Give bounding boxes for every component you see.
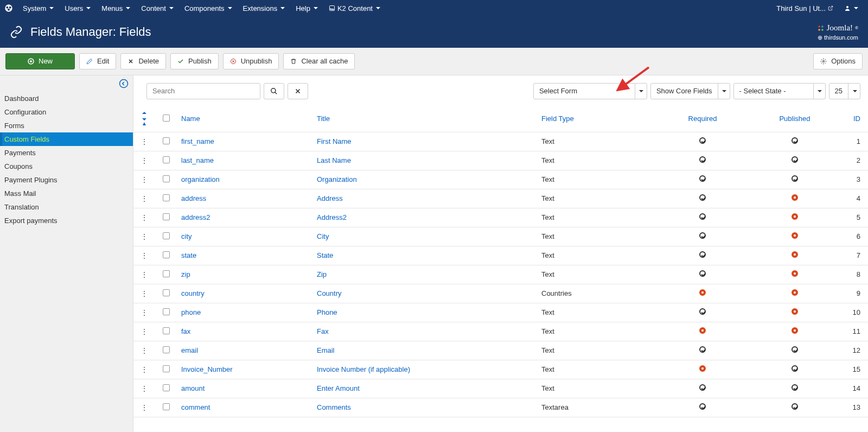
published-cell[interactable] — [749, 132, 841, 151]
sidebar-item-payments[interactable]: Payments — [0, 146, 133, 160]
published-cell[interactable] — [749, 322, 841, 341]
drag-handle-icon[interactable]: ⋮ — [141, 346, 148, 355]
nav-item-help[interactable]: Help — [290, 0, 323, 16]
nav-item-users[interactable]: Users — [59, 0, 96, 16]
required-cell[interactable] — [656, 132, 749, 151]
nav-item-system[interactable]: System — [17, 0, 59, 16]
published-cell[interactable] — [749, 398, 841, 417]
drag-handle-icon[interactable]: ⋮ — [141, 384, 148, 393]
options-button[interactable]: Options — [813, 53, 863, 69]
field-name-link[interactable]: city — [181, 232, 192, 240]
published-cell[interactable] — [749, 379, 841, 398]
field-title-link[interactable]: Invoice Number (if applicable) — [317, 365, 410, 373]
field-name-link[interactable]: zip — [181, 270, 190, 278]
nav-item-extensions[interactable]: Extensions — [238, 0, 291, 16]
published-cell[interactable] — [749, 284, 841, 303]
required-cell[interactable] — [656, 208, 749, 227]
field-title-link[interactable]: First Name — [317, 137, 352, 145]
required-cell[interactable] — [656, 284, 749, 303]
field-title-link[interactable]: Address2 — [317, 213, 347, 221]
row-checkbox[interactable] — [163, 270, 170, 277]
publish-button[interactable]: Publish — [170, 53, 219, 69]
field-name-link[interactable]: comment — [181, 403, 210, 411]
sidebar-item-coupons[interactable]: Coupons — [0, 160, 133, 173]
row-checkbox[interactable] — [163, 289, 170, 296]
row-checkbox[interactable] — [163, 213, 170, 220]
sidebar-item-translation[interactable]: Translation — [0, 200, 133, 214]
field-title-link[interactable]: City — [317, 232, 329, 240]
sidebar-item-forms[interactable]: Forms — [0, 119, 133, 132]
nav-item-menus[interactable]: Menus — [96, 0, 136, 16]
row-checkbox[interactable] — [163, 365, 170, 372]
field-name-link[interactable]: phone — [181, 308, 201, 316]
field-title-link[interactable]: Phone — [317, 308, 337, 316]
header-id[interactable]: ID — [841, 106, 868, 132]
header-required[interactable]: Required — [656, 106, 749, 132]
required-cell[interactable] — [656, 360, 749, 379]
field-name-link[interactable]: fax — [181, 327, 190, 335]
clear-cache-button[interactable]: Clear all cache — [283, 53, 355, 69]
sidebar-collapse-button[interactable] — [119, 79, 129, 90]
drag-handle-icon[interactable]: ⋮ — [141, 194, 148, 203]
field-title-link[interactable]: Comments — [317, 403, 351, 411]
published-cell[interactable] — [749, 227, 841, 246]
drag-handle-icon[interactable]: ⋮ — [141, 308, 148, 317]
header-order[interactable]: ▲ — [133, 106, 155, 132]
row-checkbox[interactable] — [163, 346, 170, 353]
limit-dropdown[interactable]: 25 — [829, 83, 860, 99]
published-cell[interactable] — [749, 246, 841, 265]
required-cell[interactable] — [656, 246, 749, 265]
sidebar-item-configuration[interactable]: Configuration — [0, 105, 133, 119]
published-cell[interactable] — [749, 151, 841, 170]
field-name-link[interactable]: first_name — [181, 137, 214, 145]
required-cell[interactable] — [656, 151, 749, 170]
published-cell[interactable] — [749, 303, 841, 322]
row-checkbox[interactable] — [163, 403, 170, 410]
header-published[interactable]: Published — [749, 106, 841, 132]
field-name-link[interactable]: state — [181, 251, 196, 259]
field-title-link[interactable]: Country — [317, 289, 342, 297]
delete-button[interactable]: Delete — [120, 53, 166, 69]
drag-handle-icon[interactable]: ⋮ — [141, 289, 148, 298]
field-title-link[interactable]: Organization — [317, 175, 357, 183]
sidebar-item-custom-fields[interactable]: Custom Fields — [0, 132, 133, 146]
row-checkbox[interactable] — [163, 175, 170, 182]
required-cell[interactable] — [656, 322, 749, 341]
edit-button[interactable]: Edit — [79, 53, 116, 69]
nav-site-link[interactable]: Third Sun | Ut... — [771, 0, 839, 16]
drag-handle-icon[interactable]: ⋮ — [141, 270, 148, 279]
row-checkbox[interactable] — [163, 156, 170, 163]
nav-item-content[interactable]: Content — [136, 0, 179, 16]
nav-item-components[interactable]: Components — [179, 0, 238, 16]
drag-handle-icon[interactable]: ⋮ — [141, 156, 148, 165]
drag-handle-icon[interactable]: ⋮ — [141, 175, 148, 184]
published-cell[interactable] — [749, 170, 841, 189]
required-cell[interactable] — [656, 189, 749, 208]
field-name-link[interactable]: email — [181, 346, 198, 354]
published-cell[interactable] — [749, 360, 841, 379]
nav-user-menu[interactable] — [839, 0, 864, 16]
row-checkbox[interactable] — [163, 251, 170, 258]
field-name-link[interactable]: address2 — [181, 213, 210, 221]
published-cell[interactable] — [749, 208, 841, 227]
required-cell[interactable] — [656, 227, 749, 246]
field-title-link[interactable]: State — [317, 251, 333, 259]
field-title-link[interactable]: Last Name — [317, 156, 351, 164]
published-cell[interactable] — [749, 189, 841, 208]
required-cell[interactable] — [656, 265, 749, 284]
header-name[interactable]: Name — [177, 106, 312, 132]
field-name-link[interactable]: last_name — [181, 156, 214, 164]
published-cell[interactable] — [749, 341, 841, 360]
show-core-dropdown[interactable]: Show Core Fields — [650, 83, 730, 99]
field-name-link[interactable]: organization — [181, 175, 220, 183]
unpublish-button[interactable]: Unpublish — [223, 53, 279, 69]
nav-k2-content[interactable]: K2 Content — [323, 0, 386, 16]
row-checkbox[interactable] — [163, 194, 170, 201]
sidebar-item-payment-plugins[interactable]: Payment Plugins — [0, 173, 133, 187]
row-checkbox[interactable] — [163, 327, 170, 334]
published-cell[interactable] — [749, 265, 841, 284]
select-state-dropdown[interactable]: - Select State - — [733, 83, 826, 99]
field-name-link[interactable]: amount — [181, 384, 205, 392]
search-button[interactable] — [264, 83, 284, 99]
drag-handle-icon[interactable]: ⋮ — [141, 137, 148, 146]
